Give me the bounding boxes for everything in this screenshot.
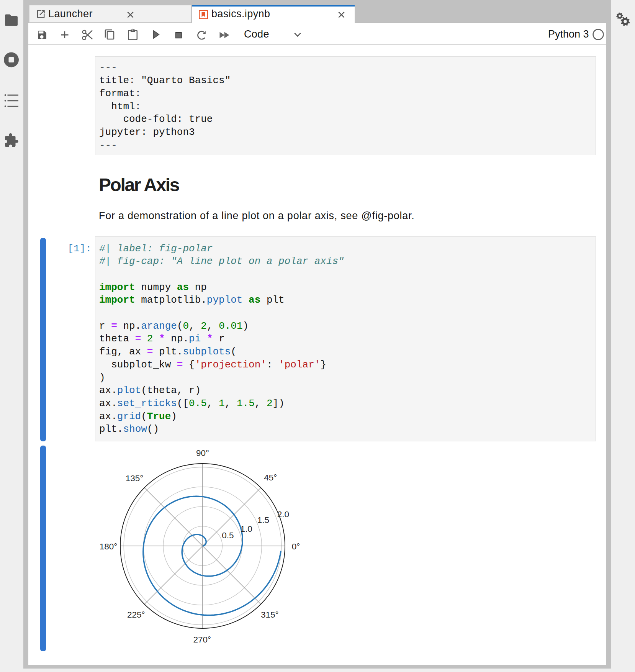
svg-text:1.0: 1.0 bbox=[240, 524, 252, 534]
svg-text:0°: 0° bbox=[292, 542, 300, 551]
svg-text:135°: 135° bbox=[126, 474, 144, 483]
svg-text:1.5: 1.5 bbox=[257, 515, 269, 525]
svg-text:45°: 45° bbox=[264, 473, 277, 482]
svg-text:225°: 225° bbox=[127, 610, 145, 620]
svg-text:90°: 90° bbox=[196, 448, 209, 458]
svg-text:180°: 180° bbox=[100, 542, 118, 551]
svg-text:2.0: 2.0 bbox=[277, 510, 289, 519]
svg-text:0.5: 0.5 bbox=[222, 531, 234, 540]
svg-text:315°: 315° bbox=[261, 610, 279, 620]
svg-text:270°: 270° bbox=[193, 635, 211, 644]
